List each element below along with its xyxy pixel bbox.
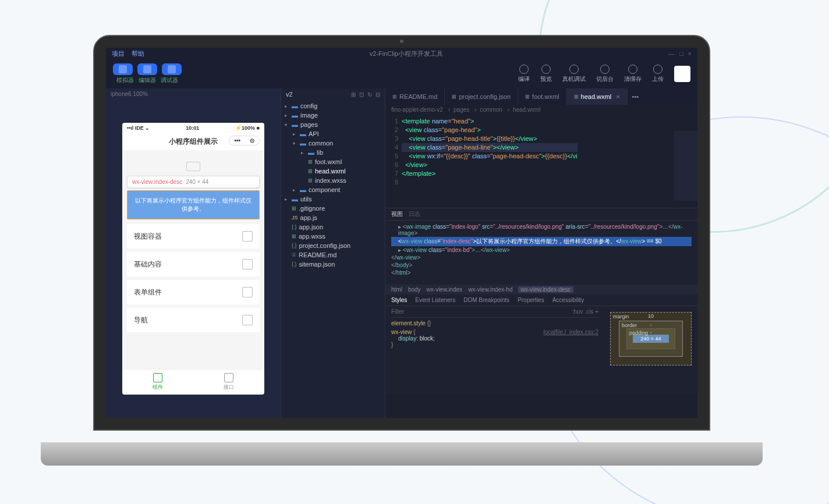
list-item[interactable]: 导航	[127, 308, 260, 332]
avatar[interactable]	[674, 66, 690, 82]
styles-tab[interactable]: DOM Breakpoints	[463, 297, 509, 303]
file-tree-item[interactable]: ▸▬image	[281, 111, 385, 120]
breadcrumb-item[interactable]: pages	[454, 107, 476, 113]
breadcrumb-item[interactable]: head.wxml	[513, 107, 541, 113]
file-tree-item[interactable]: ▸▬utils	[281, 194, 385, 204]
styles-tab[interactable]: Styles	[391, 297, 407, 303]
element-node[interactable]: ▸ <wx-view class="index-bd">…</wx-view>	[391, 246, 692, 254]
code-line[interactable]: <view class="page-head-title">{{title}}<…	[402, 134, 578, 143]
close-icon[interactable]: ×	[616, 93, 619, 100]
crumb-item[interactable]: wx-view.index-desc	[518, 286, 573, 293]
file-icon: ⊞	[574, 94, 579, 100]
highlighted-element[interactable]: 以下将展示小程序官方组件能力，组件样式仅供参考。	[127, 190, 260, 219]
crumb-item[interactable]: wx-view.index-hd	[468, 286, 512, 293]
tabbar-item[interactable]: 接口	[193, 370, 264, 395]
code-line[interactable]: </view>	[402, 161, 578, 169]
crumb-item[interactable]: body	[408, 286, 421, 293]
file-tree-item[interactable]: {.}project.config.json	[281, 241, 385, 250]
filter-controls[interactable]: :hov .cls +	[572, 308, 598, 315]
close-icon[interactable]: ×	[688, 50, 692, 57]
toolbar-action-切后台[interactable]: 切后台	[596, 65, 614, 83]
code-line[interactable]: <view class="page-head">	[402, 126, 578, 134]
breadcrumb-item[interactable]: fino-applet-demo-v2	[391, 107, 450, 113]
file-tree-item[interactable]: ⊞head.wxml	[281, 166, 385, 176]
element-node[interactable]: </body>	[391, 261, 692, 269]
new-file-icon[interactable]: ⊞	[351, 91, 356, 98]
menu-help[interactable]: 帮助	[132, 49, 144, 58]
devtools-panel: 视图 日志 ▸ <wx-image class="index-logo" src…	[385, 208, 697, 394]
refresh-icon[interactable]: ↻	[367, 91, 372, 98]
file-tree-item[interactable]: ▸▬component	[281, 185, 385, 194]
code-line[interactable]: <template name="head">	[402, 117, 578, 126]
filter-input[interactable]: Filter	[391, 308, 404, 315]
code-editor[interactable]: 12345678 <template name="head"> <view cl…	[385, 115, 697, 208]
laptop-mockup: 项目 帮助 v2-FinClip小程序开发工具 — □ ×	[93, 35, 710, 454]
element-node[interactable]: </wx-view>	[391, 254, 692, 261]
file-tree-item[interactable]: ▸▬config	[281, 101, 385, 111]
styles-tab[interactable]: Properties	[518, 297, 544, 303]
styles-pane[interactable]: Filter :hov .cls + element.style {}</spa…	[385, 306, 604, 394]
styles-tab[interactable]: Event Listeners	[415, 297, 455, 303]
editor-tab[interactable]: ⊞project.config.json	[445, 88, 518, 105]
new-folder-icon[interactable]: ⊡	[359, 91, 364, 98]
elements-tree[interactable]: ▸ <wx-image class="index-logo" src="../r…	[385, 221, 697, 285]
crumb-item[interactable]: html	[391, 286, 402, 293]
crumb-item[interactable]: wx-view.index	[427, 286, 463, 293]
minimize-icon[interactable]: —	[668, 50, 675, 57]
devtools-tab-view[interactable]: 视图	[391, 210, 403, 218]
file-tree-item[interactable]: {.}sitemap.json	[281, 260, 385, 269]
file-tree-item[interactable]: ①README.md	[281, 250, 385, 260]
breadcrumb-item[interactable]: common	[480, 107, 509, 113]
project-root[interactable]: v2	[286, 91, 293, 98]
close-circle-icon[interactable]: ⊙	[245, 136, 259, 145]
device-info[interactable]: iphone6 100%	[106, 88, 281, 100]
file-tree-item[interactable]: JSapp.js	[281, 213, 385, 222]
simulator-toggle[interactable]	[113, 63, 133, 75]
list-item[interactable]: 视图容器	[127, 224, 260, 249]
maximize-icon[interactable]: □	[679, 50, 683, 57]
list-item[interactable]: 基础内容	[127, 252, 260, 276]
editor-toggle[interactable]	[137, 63, 157, 75]
folder-icon: ▬	[292, 112, 298, 119]
file-tree-item[interactable]: ▸▬lib	[281, 148, 385, 157]
more-tabs-icon[interactable]: •••	[628, 88, 644, 105]
editor-tab[interactable]: ⊞head.wxml×	[567, 88, 628, 105]
file-tree-item[interactable]: ⊞index.wxss	[281, 176, 385, 185]
file-icon: ⊞	[292, 205, 296, 211]
css-rule[interactable]: localfile:/_index.css:2wx-view {display:…	[391, 329, 598, 348]
tabbar-item[interactable]: 组件	[122, 370, 193, 395]
file-tree-item[interactable]: ▸▬API	[281, 129, 385, 139]
editor-tab[interactable]: ⊞foot.wxml	[518, 88, 566, 105]
code-line[interactable]: <view class="page-head-line"></view>	[402, 143, 578, 152]
styles-tab[interactable]: Accessibility	[552, 297, 584, 303]
menu-project[interactable]: 项目	[112, 49, 125, 58]
css-rule[interactable]: element.style {}	[391, 320, 598, 326]
code-line[interactable]: <view wx:if="{{desc}}" class="page-head-…	[402, 152, 578, 161]
toolbar-action-上传[interactable]: 上传	[652, 65, 664, 83]
element-node[interactable]: <wx-view class="index-desc">以下将展示小程序官方组件…	[391, 237, 692, 246]
collapse-icon[interactable]: ⊟	[375, 91, 380, 98]
element-node[interactable]: </html>	[391, 269, 692, 276]
file-tree-item[interactable]: ⊞foot.wxml	[281, 157, 385, 166]
debugger-toggle[interactable]	[162, 63, 182, 75]
file-tree-item[interactable]: ⊞.gitignore	[281, 204, 385, 213]
list-item[interactable]: 表单组件	[127, 280, 260, 304]
minimap[interactable]	[674, 131, 697, 201]
devtools-tab-log[interactable]: 日志	[409, 210, 420, 218]
code-line[interactable]: </template>	[402, 169, 578, 178]
capsule-menu[interactable]: ••• ⊙	[229, 136, 260, 145]
file-tree-item[interactable]: ⊞app.wxss	[281, 232, 385, 241]
editor-tab[interactable]: ⊞README.md	[385, 88, 445, 105]
toolbar-action-预览[interactable]: 预览	[540, 65, 552, 83]
file-tree-item[interactable]: {.}app.json	[281, 222, 385, 232]
breadcrumb[interactable]: fino-applet-demo-v2pagescommonhead.wxml	[385, 105, 697, 115]
toolbar-action-真机调试[interactable]: 真机调试	[562, 65, 586, 83]
file-tree-item[interactable]: ▾▬common	[281, 139, 385, 148]
toolbar-action-清缓存[interactable]: 清缓存	[624, 65, 642, 83]
file-tree-item[interactable]: ▾▬pages	[281, 120, 385, 129]
file-icon: {.}	[292, 243, 297, 249]
more-icon[interactable]: •••	[229, 136, 245, 145]
element-breadcrumb[interactable]: htmlbodywx-view.indexwx-view.index-hdwx-…	[385, 285, 697, 294]
element-node[interactable]: ▸ <wx-image class="index-logo" src="../r…	[391, 223, 692, 237]
toolbar-action-编译[interactable]: 编译	[518, 65, 530, 83]
